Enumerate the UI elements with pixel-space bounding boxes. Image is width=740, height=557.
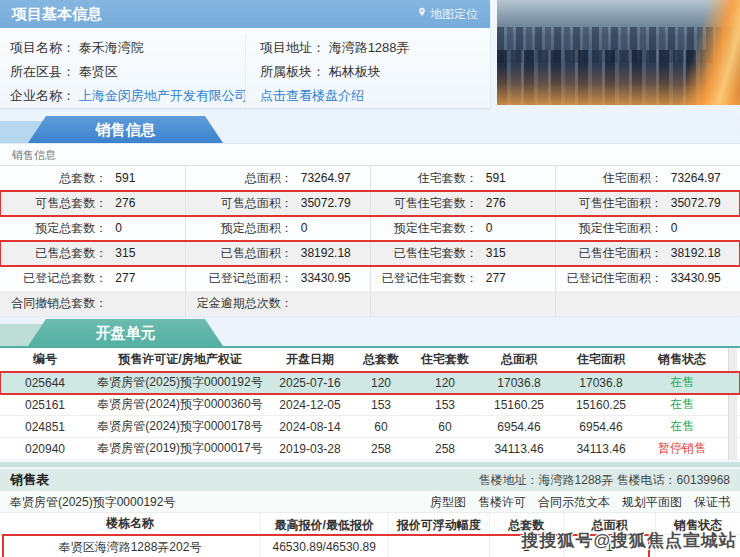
stat-cell: 已售住宅面积：38192.18 (555, 241, 740, 266)
stat-label: 已登记总面积： (186, 266, 293, 291)
stat-value: 277 (478, 266, 555, 291)
field-label: 项目地址： (260, 40, 325, 55)
building-name: 奉贤区海湾路1288弄202号 (0, 539, 260, 556)
field-label: 所属板块： (260, 64, 325, 79)
stat-value: 315 (107, 241, 185, 266)
building-intro-link[interactable]: 点击查看楼盘介绍 (260, 88, 364, 103)
stat-value: 591 (478, 166, 555, 191)
stat-cell: 可售住宅套数：276 (370, 191, 555, 216)
stat-cell: 已登记住宅面积：33430.95 (555, 266, 740, 291)
field-value: 海湾路1288弄 (329, 40, 410, 55)
stat-label: 已售住宅面积： (556, 241, 663, 266)
section-divider (0, 462, 740, 467)
opening-unit-row[interactable]: 024851 奉贤房管(2024)预字0000178号 2024-08-14 6… (0, 416, 740, 438)
stat-value: 0 (478, 216, 555, 241)
stat-cell: 预定总套数：0 (0, 216, 185, 241)
residential-area: 6954.46 (560, 420, 642, 434)
stat-value: 0 (293, 216, 370, 241)
stat-cell: 住宅面积：73264.97 (555, 166, 740, 191)
residential-units: 120 (412, 376, 478, 390)
table-row: 总套数：591 总面积：73264.97 住宅套数：591 住宅面积：73264… (0, 166, 740, 191)
stat-label (556, 291, 663, 316)
stat-value: 591 (107, 166, 185, 191)
open-date: 2024-12-05 (270, 398, 350, 412)
sales-info-tabrow: 销售信息 (0, 116, 740, 143)
stat-cell (555, 291, 740, 316)
field-district: 所在区县： 奉贤区 (10, 60, 235, 84)
stat-label: 预定总套数： (0, 216, 107, 241)
stat-label: 住宅套数： (371, 166, 478, 191)
open-date: 2024-08-14 (270, 420, 350, 434)
stat-label: 可售住宅套数： (371, 191, 478, 216)
total-area: 6954.46 (478, 420, 560, 434)
column-header: 住宅套数 (412, 351, 478, 368)
field-address: 项目地址： 海湾路1288弄 (260, 36, 480, 60)
stat-cell: 预定住宅套数：0 (370, 216, 555, 241)
contract-sample-link[interactable]: 合同示范文本 (538, 491, 610, 512)
permit-row: 奉贤房管(2025)预字0000192号 房型图 售楼许可 合同示范文本 规划平… (0, 491, 740, 513)
status-badge: 在售 (642, 374, 722, 391)
column-header: 最高报价/最低报价 (260, 513, 387, 534)
stat-cell: 已登记总套数：277 (0, 266, 185, 291)
selected-permit: 奉贤房管(2025)预字0000192号 (10, 491, 175, 512)
field-intro: 点击查看楼盘介绍 (260, 84, 480, 108)
total-area: 15160.25 (478, 398, 560, 412)
company-link[interactable]: 上海金闵房地产开发有限公司 (79, 88, 248, 103)
floorplan-link[interactable]: 房型图 (430, 491, 466, 512)
stat-value: 33430.95 (663, 266, 740, 291)
total-area: 34113.46 (478, 442, 560, 456)
stat-label: 已登记住宅面积： (556, 266, 663, 291)
stat-value: 73264.97 (663, 166, 740, 191)
opening-unit-row[interactable]: 020940 奉贤房管(2019)预字0000017号 2019-03-28 2… (0, 438, 740, 460)
field-value: 柘林板块 (329, 64, 381, 79)
sales-table-header-bar: 销售表 售楼地址：海湾路1288弄 售楼电话：60139968 (0, 469, 740, 491)
sales-info-panel: 销售信息 总套数：591 总面积：73264.97 住宅套数：591 住宅面积：… (0, 143, 740, 315)
table-row-highlighted: 已售总套数：315 已售总面积：38192.18 已售住宅套数：315 已售住宅… (0, 241, 740, 266)
column-header: 总套数 (350, 351, 412, 368)
field-company: 企业名称： 上海金闵房地产开发有限公司 (10, 84, 235, 108)
residential-area: 15160.25 (560, 398, 642, 412)
stat-cell: 可售总套数：276 (0, 191, 185, 216)
column-header: 总面积 (478, 351, 560, 368)
project-info-left-col: 项目名称： 泰禾海湾院 所在区县： 奉贤区 企业名称： 上海金闵房地产开发有限公… (0, 34, 245, 110)
stat-value: 73264.97 (293, 166, 370, 191)
column-header: 预售许可证/房地产权证 (90, 351, 270, 368)
stat-value: 38192.18 (293, 241, 370, 266)
stat-cell: 总套数：591 (0, 166, 185, 191)
stat-cell: 预定住宅面积：0 (555, 216, 740, 241)
stat-value: 276 (107, 191, 185, 216)
residential-units: 60 (412, 420, 478, 434)
sales-info-subtitle: 销售信息 (0, 144, 740, 166)
unit-id: 020940 (0, 442, 90, 456)
tab-opening-units[interactable]: 开盘单元 (28, 319, 223, 346)
tab-sales-info[interactable]: 销售信息 (28, 116, 223, 143)
opening-unit-row-selected[interactable]: 025644 奉贤房管(2025)预字0000192号 2025-07-16 1… (0, 372, 740, 394)
stat-label: 已售住宅套数： (371, 241, 478, 266)
opening-units-tabrow: 开盘单元 (0, 319, 740, 346)
sales-permit-link[interactable]: 售楼许可 (478, 491, 526, 512)
stat-label: 已售总面积： (186, 241, 293, 266)
total-area: 17036.8 (478, 376, 560, 390)
field-value: 泰禾海湾院 (79, 40, 144, 55)
guarantee-link[interactable]: 保证书 (694, 491, 730, 512)
stat-label: 已登记总套数： (0, 266, 107, 291)
column-header: 住宅面积 (560, 351, 642, 368)
stat-value: 0 (107, 216, 185, 241)
open-date: 2019-03-28 (270, 442, 350, 456)
planning-map-link[interactable]: 规划平面图 (622, 491, 682, 512)
open-date: 2025-07-16 (270, 376, 350, 390)
residential-units: 153 (412, 398, 478, 412)
stat-cell (370, 291, 555, 316)
residential-area: 34113.46 (560, 442, 642, 456)
column-header: 楼栋名称 (0, 515, 260, 532)
unit-id: 024851 (0, 420, 90, 434)
map-locate-link[interactable]: 地图定位 (417, 0, 478, 28)
stat-value (107, 291, 185, 316)
map-locate-label: 地图定位 (430, 0, 478, 28)
stat-label: 总面积： (186, 166, 293, 191)
table-row-highlighted: 可售总套数：276 可售总面积：35072.79 可售住宅套数：276 可售住宅… (0, 191, 740, 216)
opening-unit-row[interactable]: 025161 奉贤房管(2024)预字0000360号 2024-12-05 1… (0, 394, 740, 416)
stat-label: 可售总面积： (186, 191, 293, 216)
field-label: 企业名称： (10, 88, 75, 103)
table-scrollbar[interactable] (728, 348, 737, 460)
